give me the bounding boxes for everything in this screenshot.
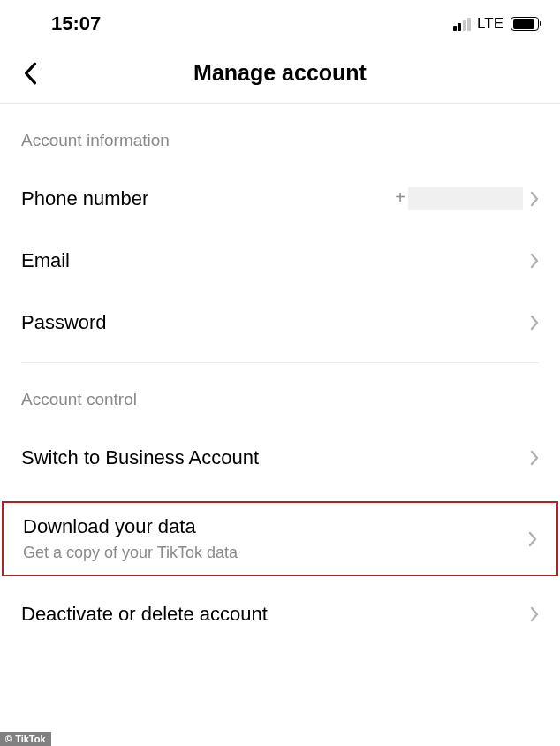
back-button[interactable] [18,61,42,86]
redacted-phone [408,187,523,210]
row-label: Switch to Business Account [21,446,530,469]
row-phone-number[interactable]: Phone number + [21,168,539,230]
section-header-control: Account control [21,363,539,427]
status-indicators: LTE [453,15,539,33]
section-account-control-cont: Deactivate or delete account [0,576,560,645]
battery-icon [511,17,539,31]
chevron-right-icon [530,191,539,207]
watermark: © TikTok [0,732,51,746]
row-label: Email [21,249,530,272]
network-label: LTE [477,15,503,33]
signal-icon [453,17,472,31]
nav-header: Manage account [0,42,560,104]
section-account-control: Account control Switch to Business Accou… [0,363,560,489]
section-account-information: Account information Phone number + Email… [0,104,560,354]
chevron-right-icon [528,531,537,547]
row-label: Phone number [21,187,395,210]
row-label: Download your data [23,515,528,538]
page-title: Manage account [193,60,367,86]
status-time: 15:07 [51,12,101,35]
row-switch-business[interactable]: Switch to Business Account [21,427,539,489]
row-label: Deactivate or delete account [21,603,530,626]
chevron-right-icon [530,253,539,269]
row-email[interactable]: Email [21,230,539,292]
chevron-right-icon [530,315,539,331]
chevron-right-icon [530,606,539,622]
row-subtitle: Get a copy of your TikTok data [23,544,528,562]
section-header-info: Account information [21,104,539,168]
row-label: Password [21,311,530,334]
chevron-right-icon [530,450,539,466]
chevron-left-icon [23,62,37,85]
highlighted-download-row: Download your data Get a copy of your Ti… [2,501,558,576]
row-download-data[interactable]: Download your data Get a copy of your Ti… [23,515,537,562]
row-deactivate-delete[interactable]: Deactivate or delete account [21,576,539,645]
row-password[interactable]: Password [21,292,539,354]
phone-value: + [395,187,523,210]
status-bar: 15:07 LTE [0,0,560,42]
